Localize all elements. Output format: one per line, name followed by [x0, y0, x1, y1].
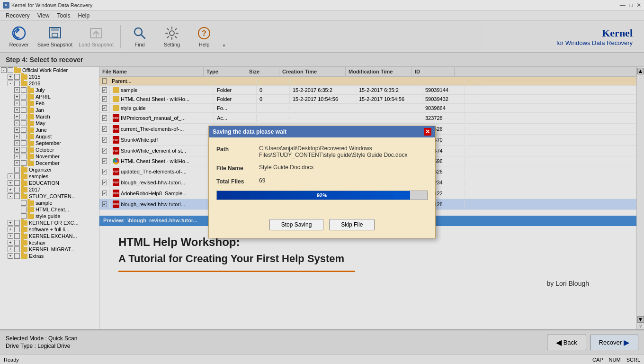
modal-title: Saving the data please wait [213, 128, 286, 135]
modal-title-bar: Saving the data please wait ✕ [209, 126, 435, 137]
save-dialog: Saving the data please wait ✕ Path C:\Us… [208, 126, 436, 238]
stop-saving-button[interactable]: Stop Saving [269, 219, 324, 230]
progress-container: 92% [216, 191, 428, 200]
total-files-field: Total Files 69 [216, 177, 428, 185]
modal-body: Path C:\Users\anjali\Desktop\Recovered W… [209, 137, 435, 215]
modal-buttons: Stop Saving Skip File [209, 215, 435, 238]
progress-label: 92% [217, 191, 427, 200]
modal-overlay: Saving the data please wait ✕ Path C:\Us… [0, 0, 644, 364]
skip-file-button[interactable]: Skip File [329, 219, 375, 230]
filename-field: File Name Style Guide Doc.docx [216, 164, 428, 172]
modal-close-button[interactable]: ✕ [424, 128, 431, 136]
path-field: Path C:\Users\anjali\Desktop\Recovered W… [216, 145, 428, 158]
progress-bar-bg: 92% [216, 191, 428, 200]
